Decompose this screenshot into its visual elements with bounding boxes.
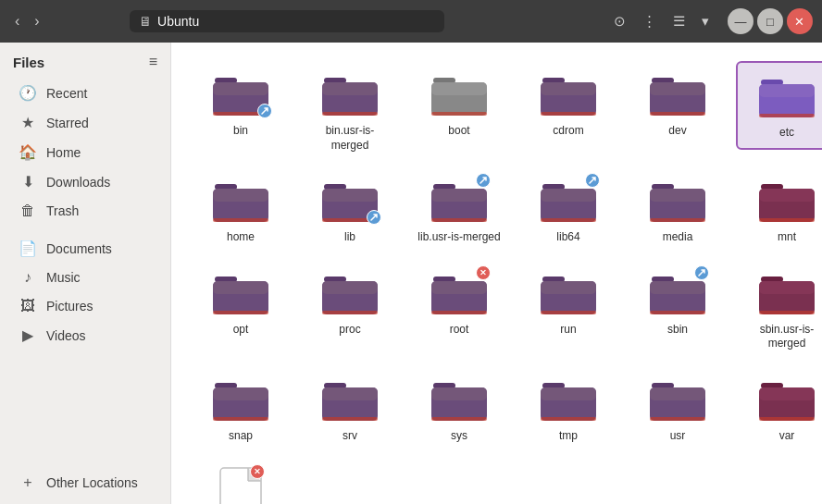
file-item-opt[interactable]: opt xyxy=(190,260,292,345)
svg-rect-91 xyxy=(650,417,705,421)
file-item-tmp[interactable]: tmp xyxy=(517,366,619,451)
svg-rect-38 xyxy=(541,189,596,202)
sidebar-item-videos[interactable]: ▶ Videos xyxy=(6,321,165,350)
svg-rect-79 xyxy=(322,417,378,421)
file-label-lib: lib xyxy=(344,230,355,245)
file-item-sbin-usr-is-merged[interactable]: sbin.usr-is-merged xyxy=(736,260,822,359)
maximize-button[interactable]: □ xyxy=(757,8,783,34)
file-label-bin: bin xyxy=(233,124,248,139)
folder-icon-wrap-etc xyxy=(757,70,816,122)
sidebar: Files ≡ 🕐 Recent ★ Starred 🏠 Home ⬇ Down… xyxy=(0,43,171,504)
trash-icon: 🗑 xyxy=(19,203,37,219)
file-item-dev[interactable]: dev xyxy=(627,61,729,146)
close-button[interactable]: ✕ xyxy=(787,8,813,34)
svg-rect-58 xyxy=(431,281,487,294)
file-item-lib[interactable]: lib xyxy=(299,167,401,252)
folder-icon-wrap-sys xyxy=(430,374,489,425)
nav-buttons: ‹ › xyxy=(9,9,45,33)
file-item-mnt[interactable]: mnt xyxy=(736,167,822,252)
back-button[interactable]: ‹ xyxy=(9,9,25,33)
error-badge-swap-img: ✕ xyxy=(250,464,265,479)
svg-rect-51 xyxy=(213,311,268,314)
file-item-usr[interactable]: usr xyxy=(627,366,729,451)
svg-rect-59 xyxy=(431,311,487,314)
svg-rect-75 xyxy=(213,417,268,421)
minimize-button[interactable]: — xyxy=(728,8,754,34)
view-list-btn[interactable]: ☰ xyxy=(667,9,691,33)
svg-rect-22 xyxy=(759,84,815,97)
sidebar-item-starred-label: Starred xyxy=(46,116,89,130)
svg-rect-54 xyxy=(322,281,378,294)
sidebar-item-trash[interactable]: 🗑 Trash xyxy=(6,197,165,225)
file-item-run[interactable]: run xyxy=(517,260,619,345)
sidebar-item-recent-label: Recent xyxy=(46,86,87,101)
sidebar-item-pictures[interactable]: 🖼 Pictures xyxy=(6,292,165,320)
pictures-icon: 🖼 xyxy=(19,298,37,314)
file-item-sbin[interactable]: sbin xyxy=(627,260,729,345)
recent-icon: 🕐 xyxy=(19,84,37,102)
file-item-home[interactable]: home xyxy=(190,167,292,252)
sidebar-item-other-locations[interactable]: + Other Locations xyxy=(6,469,165,497)
videos-icon: ▶ xyxy=(19,326,37,344)
sidebar-item-downloads[interactable]: ⬇ Downloads xyxy=(6,167,165,196)
svg-rect-18 xyxy=(650,82,705,95)
file-item-root[interactable]: ✕root xyxy=(408,260,510,345)
svg-rect-11 xyxy=(431,112,487,116)
file-label-proc: proc xyxy=(339,323,360,338)
file-item-bin-usr-is-merged[interactable]: bin.usr-is-merged xyxy=(299,61,401,160)
file-item-media[interactable]: media xyxy=(627,167,729,252)
file-item-lib64[interactable]: lib64 xyxy=(517,167,619,252)
file-item-etc[interactable]: etc xyxy=(736,61,822,150)
sidebar-item-starred[interactable]: ★ Starred xyxy=(6,108,165,137)
folder-icon-wrap-lib64 xyxy=(539,175,598,227)
sidebar-item-music[interactable]: ♪ Music xyxy=(6,264,165,291)
file-item-lib-usr-is-merged[interactable]: lib.usr-is-merged xyxy=(408,167,510,252)
sidebar-menu-icon[interactable]: ≡ xyxy=(149,54,157,70)
folder-icon-wrap-lib-usr-is-merged xyxy=(430,175,489,227)
folder-icon-wrap-sbin xyxy=(648,267,707,319)
more-options-btn[interactable]: ⋮ xyxy=(637,9,662,33)
file-label-sbin: sbin xyxy=(667,323,688,338)
file-item-sys[interactable]: sys xyxy=(408,366,510,451)
file-label-root: root xyxy=(450,323,469,338)
file-item-var[interactable]: var xyxy=(736,366,822,451)
svg-rect-74 xyxy=(213,387,268,400)
file-grid: bin bin.usr-is-merged boot cdrom xyxy=(190,61,803,504)
file-item-proc[interactable]: proc xyxy=(299,260,401,345)
file-item-snap[interactable]: snap xyxy=(190,366,292,451)
sidebar-item-home[interactable]: 🏠 Home xyxy=(6,138,165,166)
file-label-usr: usr xyxy=(670,429,686,444)
svg-rect-95 xyxy=(759,417,815,421)
file-label-lib64: lib64 xyxy=(556,230,579,245)
forward-button[interactable]: › xyxy=(29,9,44,33)
sidebar-item-trash-label: Trash xyxy=(46,203,79,218)
view-dropdown-btn[interactable]: ▾ xyxy=(696,9,715,33)
location-bar[interactable]: 🖥 Ubuntu xyxy=(130,10,444,32)
music-icon: ♪ xyxy=(19,269,37,286)
sidebar-item-home-label: Home xyxy=(46,145,81,160)
svg-rect-7 xyxy=(322,112,378,116)
svg-rect-94 xyxy=(759,387,815,400)
svg-rect-63 xyxy=(541,311,596,314)
sidebar-item-music-label: Music xyxy=(46,270,81,285)
file-item-srv[interactable]: srv xyxy=(299,366,401,451)
location-text: Ubuntu xyxy=(157,14,199,29)
file-label-var: var xyxy=(779,429,795,444)
svg-rect-27 xyxy=(213,218,268,222)
svg-rect-82 xyxy=(431,387,487,400)
file-item-bin[interactable]: bin xyxy=(190,61,292,146)
folder-icon-wrap-boot xyxy=(430,68,489,120)
folder-icon-wrap-usr xyxy=(648,374,707,425)
sidebar-item-recent[interactable]: 🕐 Recent xyxy=(6,79,165,107)
search-icon-btn[interactable]: ⊙ xyxy=(608,9,631,33)
svg-rect-66 xyxy=(650,281,705,294)
file-item-boot[interactable]: boot xyxy=(408,61,510,146)
folder-icon-wrap-home xyxy=(211,175,270,227)
svg-rect-67 xyxy=(650,311,705,314)
file-item-cdrom[interactable]: cdrom xyxy=(517,61,619,146)
file-item-swap-img[interactable]: ✕swap.img xyxy=(190,459,292,504)
folder-icon-wrap-root: ✕ xyxy=(430,267,489,319)
svg-rect-35 xyxy=(431,218,487,222)
sidebar-item-documents[interactable]: 📄 Documents xyxy=(6,234,165,263)
svg-rect-46 xyxy=(759,189,815,202)
